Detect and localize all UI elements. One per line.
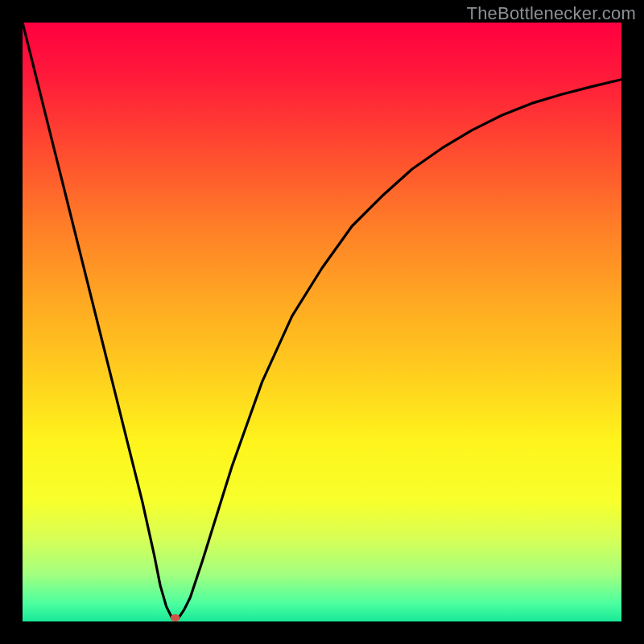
min-marker <box>171 614 180 621</box>
chart-svg <box>23 23 621 621</box>
chart-frame <box>23 23 621 621</box>
attribution-text: TheBottlenecker.com <box>467 3 636 24</box>
gradient-background <box>23 23 621 621</box>
